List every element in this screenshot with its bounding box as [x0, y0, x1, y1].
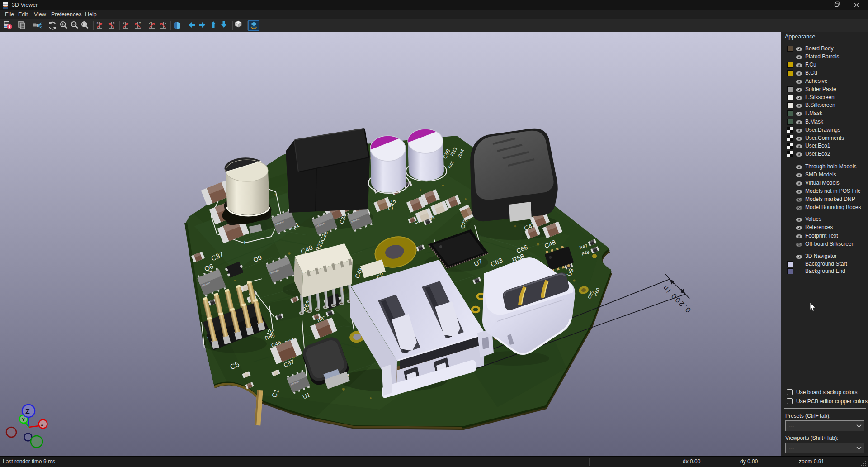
svg-text:0.200 in: 0.200 in	[660, 283, 692, 314]
svg-text:Y: Y	[22, 417, 25, 422]
svg-text:Z: Z	[149, 21, 151, 25]
svg-text:Z: Z	[164, 21, 166, 25]
svg-text:X: X	[96, 21, 99, 25]
svg-text:Z: Z	[25, 408, 30, 415]
svg-text:x: x	[41, 422, 44, 427]
svg-text:Y: Y	[123, 21, 125, 25]
svg-text:Y: Y	[139, 21, 141, 25]
svg-text:X: X	[113, 21, 115, 25]
